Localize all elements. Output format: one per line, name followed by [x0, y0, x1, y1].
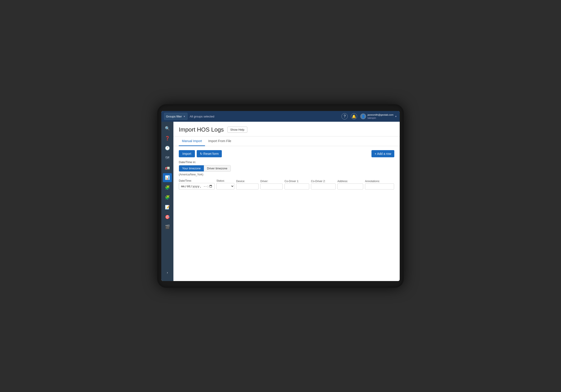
form-area: Import ↻ Reset form + Add a row Date/Tim… [173, 146, 400, 194]
field-group-driver: Driver: [260, 180, 283, 189]
user-email: janesmith@geotab.com [367, 113, 393, 116]
address-label: Address: [337, 180, 363, 183]
main-layout: 🔍 ❓ 🕐 🗺 🚛 📊 🧩 🧩 📝 🎯 🎬 › Import HOS Logs [161, 122, 400, 281]
action-left: Import ↻ Reset form [179, 150, 222, 157]
annotations-input[interactable] [365, 184, 394, 189]
timezone-section: Date/Time in: Your timezone Driver timez… [179, 160, 394, 176]
page-title: Import HOS Logs [179, 126, 224, 133]
avatar: 👤 [360, 113, 366, 119]
help-icon-btn[interactable]: ? [341, 113, 348, 120]
device-label: Device: [236, 180, 259, 183]
your-timezone-button[interactable]: Your timezone [179, 165, 204, 171]
driver-label: Driver: [260, 180, 283, 183]
field-group-status: Status: [216, 179, 234, 189]
groups-filter-dropdown[interactable]: Groups filter ▼ [164, 113, 187, 120]
tabs-bar: Manual Import Import From File [173, 136, 400, 146]
reset-form-button[interactable]: ↻ Reset form [197, 150, 222, 157]
sidebar-item-media[interactable]: 🎬 [163, 222, 172, 231]
tablet-frame: Groups filter ▼ All groups selected ? 🔔 … [157, 104, 404, 288]
show-help-button[interactable]: Show Help [227, 127, 247, 133]
codriver2-label: Co-Driver 2: [311, 180, 336, 183]
sidebar-item-plugins1[interactable]: 🧩 [163, 183, 172, 192]
notifications-icon-btn[interactable]: 🔔 [351, 113, 357, 120]
sidebar-item-fleet[interactable]: 🚛 [163, 163, 172, 172]
field-group-address: Address: [337, 180, 363, 189]
timezone-label: Date/Time in: [179, 160, 394, 164]
address-input[interactable] [337, 184, 363, 189]
user-org: talespin [367, 116, 393, 120]
user-menu[interactable]: 👤 janesmith@geotab.com talespin ▼ [360, 113, 397, 120]
data-row: Date/Time: Status: Device: [179, 179, 394, 189]
field-group-codriver1: Co-Driver 1: [285, 180, 309, 189]
sidebar-item-targets[interactable]: 🎯 [163, 213, 172, 222]
top-navbar: Groups filter ▼ All groups selected ? 🔔 … [161, 111, 400, 122]
content-area: Import HOS Logs Show Help Manual Import … [173, 122, 400, 281]
all-groups-text: All groups selected [190, 115, 342, 118]
sidebar-item-help[interactable]: ❓ [163, 134, 172, 143]
codriver1-input[interactable] [285, 184, 309, 189]
import-button[interactable]: Import [179, 150, 195, 157]
annotations-label: Annotations: [365, 180, 394, 183]
field-group-device: Device: [236, 180, 259, 189]
user-details: janesmith@geotab.com talespin [367, 113, 393, 120]
sidebar-expand-icon[interactable]: › [163, 268, 172, 277]
datetime-input[interactable] [179, 183, 215, 189]
sidebar-item-map[interactable]: 🗺 [163, 154, 172, 163]
datetime-label: Date/Time: [179, 179, 215, 182]
action-row: Import ↻ Reset form + Add a row [179, 150, 394, 157]
user-chevron-icon: ▼ [395, 115, 397, 118]
timezone-toggle: Your timezone Driver timezone [179, 165, 231, 172]
field-group-annotations: Annotations: [365, 180, 394, 189]
chevron-down-icon: ▼ [183, 115, 185, 118]
codriver1-label: Co-Driver 1: [285, 180, 309, 183]
groups-filter-label: Groups filter [166, 115, 182, 118]
sidebar-item-plugins2[interactable]: 🧩 [163, 193, 172, 202]
sidebar-item-activity[interactable]: 🕐 [163, 144, 172, 153]
codriver2-input[interactable] [311, 184, 336, 189]
tab-import-from-file[interactable]: Import From File [205, 136, 234, 146]
driver-input[interactable] [260, 184, 283, 189]
tablet-screen: Groups filter ▼ All groups selected ? 🔔 … [161, 111, 400, 281]
status-label: Status: [216, 179, 234, 182]
navbar-right: ? 🔔 👤 janesmith@geotab.com talespin ▼ [341, 113, 397, 120]
sidebar-item-analytics[interactable]: 📊 [163, 173, 172, 182]
field-group-codriver2: Co-Driver 2: [311, 180, 336, 189]
sidebar-item-reports[interactable]: 📝 [163, 203, 172, 212]
sidebar-item-search[interactable]: 🔍 [163, 124, 172, 133]
sidebar: 🔍 ❓ 🕐 🗺 🚛 📊 🧩 🧩 📝 🎯 🎬 › [161, 122, 173, 281]
timezone-info: (America/New_York) [179, 173, 394, 176]
status-select[interactable] [216, 183, 234, 189]
device-input[interactable] [236, 184, 259, 189]
page-header: Import HOS Logs Show Help [173, 122, 400, 136]
tab-manual-import[interactable]: Manual Import [179, 136, 205, 146]
driver-timezone-button[interactable]: Driver timezone [204, 165, 231, 171]
add-row-button[interactable]: + Add a row [371, 150, 394, 157]
field-group-datetime: Date/Time: [179, 179, 215, 189]
